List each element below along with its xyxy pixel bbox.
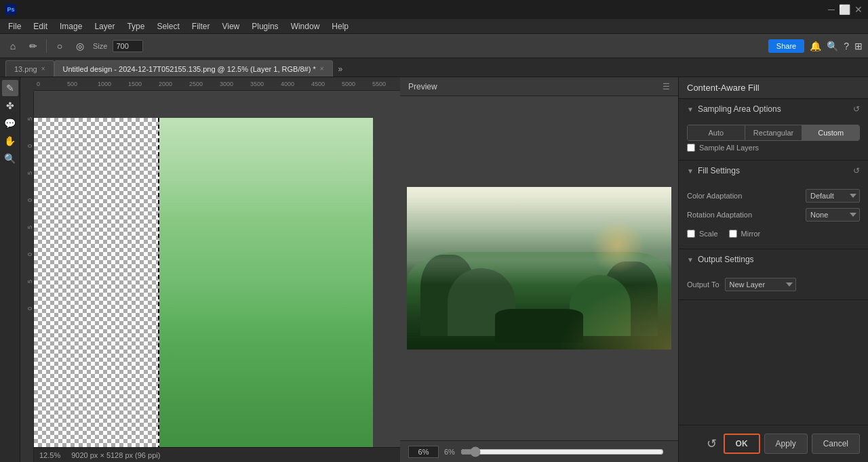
sampling-custom-button[interactable]: Custom — [802, 125, 859, 140]
scale-label: Scale — [699, 230, 718, 238]
circle-tool-icon[interactable]: ○ — [52, 39, 67, 54]
brush-tool[interactable]: ✎ — [2, 80, 18, 96]
color-adaptation-select[interactable]: None Default High Very High — [806, 189, 860, 203]
fill-settings-section: ▼ Fill Settings ↺ Color Adaptation None … — [679, 161, 868, 249]
green-image-area — [159, 118, 373, 462]
rotation-adaptation-select[interactable]: None Low Medium High Full — [806, 208, 860, 222]
hand-tool[interactable]: ✋ — [2, 133, 18, 149]
panel-title: Content-Aware Fill — [679, 77, 868, 99]
share-button[interactable]: Share — [768, 39, 804, 53]
ruler-h-tick-500: 500 — [67, 81, 98, 87]
maximize-icon[interactable]: ⬜ — [839, 4, 850, 15]
menu-image[interactable]: Image — [54, 20, 87, 33]
ruler-corner — [20, 77, 34, 91]
fill-reset-icon[interactable]: ↺ — [853, 166, 860, 175]
home-icon[interactable]: ⌂ — [5, 39, 20, 54]
tab-file1[interactable]: 13.png × — [5, 60, 54, 77]
ruler-h-tick-3000: 3000 — [220, 81, 250, 87]
menu-type[interactable]: Type — [121, 20, 150, 33]
action-buttons: ↺ OK Apply Cancel — [679, 425, 868, 462]
close-icon[interactable]: ✕ — [854, 4, 863, 15]
window-controls: ─ ⬜ ✕ — [828, 4, 863, 15]
minimize-icon[interactable]: ─ — [828, 4, 835, 15]
zoom-percent: 6% — [444, 448, 455, 456]
sample-all-layers-checkbox[interactable] — [687, 144, 695, 152]
rotation-adaptation-label: Rotation Adaptation — [687, 211, 800, 219]
output-to-label: Output To — [687, 280, 719, 289]
scale-mirror-row: Scale Mirror — [687, 224, 860, 243]
sampling-area-header[interactable]: ▼ Sampling Area Options ↺ — [679, 99, 868, 119]
fill-settings-header[interactable]: ▼ Fill Settings ↺ — [679, 161, 868, 181]
preview-header: Preview ☰ — [400, 77, 678, 96]
zoom-slider[interactable] — [460, 446, 664, 457]
selection-border — [158, 118, 160, 462]
search-icon[interactable]: 🔍 — [827, 41, 838, 51]
tab-file1-close[interactable]: × — [41, 65, 45, 72]
tab-file1-label: 13.png — [14, 65, 37, 73]
title-bar: Ps ─ ⬜ ✕ — [0, 0, 868, 19]
window-icon[interactable]: ⊞ — [854, 41, 863, 51]
color-adaptation-label: Color Adaptation — [687, 192, 800, 200]
tab-file2-close[interactable]: × — [320, 65, 324, 72]
canvas-image — [34, 118, 373, 462]
right-section: Preview ☰ — [400, 77, 868, 462]
output-settings-content: Output To Current Layer New Layer Duplic… — [679, 270, 868, 299]
menu-filter[interactable]: Filter — [186, 20, 216, 33]
preview-bottom-bar: 6% — [400, 440, 678, 462]
cancel-button[interactable]: Cancel — [812, 434, 860, 454]
preview-options-icon[interactable]: ☰ — [663, 82, 670, 91]
output-to-select[interactable]: Current Layer New Layer Duplicate Layer — [725, 278, 796, 291]
speech-tool[interactable]: 💬 — [2, 115, 18, 131]
ruler-h-tick-0: 0 — [37, 81, 67, 87]
sampling-reset-icon[interactable]: ↺ — [853, 104, 860, 114]
scale-checkbox[interactable] — [687, 230, 695, 238]
preview-image-container — [400, 96, 678, 440]
menu-window[interactable]: Window — [285, 20, 326, 33]
mirror-checkbox[interactable] — [729, 230, 737, 238]
color-adaptation-row: Color Adaptation None Default High Very … — [687, 186, 860, 205]
sample-all-layers-label: Sample All Layers — [699, 144, 759, 152]
title-bar-left: Ps — [5, 4, 16, 15]
menu-help[interactable]: Help — [326, 20, 354, 33]
ruler-h-tick-4500: 4500 — [311, 81, 342, 87]
menu-file[interactable]: File — [3, 20, 26, 33]
sampling-area-content: Auto Rectangular Custom Sample All Layer… — [679, 119, 868, 160]
move-tool[interactable]: ✤ — [2, 98, 18, 114]
menu-select[interactable]: Select — [151, 20, 184, 33]
main-layout: ✎ ✤ 💬 ✋ 🔍 0 500 1000 1500 2000 2500 3000… — [0, 77, 868, 462]
size-input[interactable] — [113, 40, 143, 52]
sampling-area-title: Sampling Area Options — [698, 104, 849, 114]
menu-plugins[interactable]: Plugins — [246, 20, 283, 33]
status-bar: 12.5% 9020 px × 5128 px (96 ppi) — [34, 447, 400, 462]
output-settings-header[interactable]: ▼ Output Settings — [679, 249, 868, 270]
tabs-bar: 13.png × Untitled design - 2024-12-17T05… — [0, 58, 868, 77]
zoom-tool[interactable]: 🔍 — [2, 150, 18, 167]
output-to-row: Output To Current Layer New Layer Duplic… — [687, 275, 860, 294]
zoom-value-display[interactable] — [408, 446, 439, 458]
sampling-buttons-group: Auto Rectangular Custom — [687, 125, 860, 141]
brush-icon[interactable]: ✏ — [26, 39, 41, 54]
toolbar-separator-1 — [46, 39, 47, 53]
menu-layer[interactable]: Layer — [89, 20, 120, 33]
apply-button[interactable]: Apply — [764, 434, 808, 454]
zoom-level: 12.5% — [39, 451, 60, 459]
toolbar-right: Share 🔔 🔍 ? ⊞ — [768, 39, 863, 53]
ok-button[interactable]: OK — [724, 434, 760, 454]
toolbar: ⌂ ✏ ○ ◎ Size Share 🔔 🔍 ? ⊞ — [0, 34, 868, 58]
tabs-more-button[interactable]: » — [333, 62, 349, 77]
bell-icon[interactable]: 🔔 — [810, 41, 821, 51]
ruler-h-tick-5000: 5000 — [342, 81, 372, 87]
menu-edit[interactable]: Edit — [28, 20, 53, 33]
tab-file2[interactable]: Untitled design - 2024-12-17T052155.135.… — [54, 60, 333, 77]
output-chevron-icon: ▼ — [687, 256, 694, 264]
circle-dashed-icon[interactable]: ◎ — [73, 39, 87, 54]
sample-all-layers-row: Sample All Layers — [687, 141, 860, 154]
menu-view[interactable]: View — [216, 20, 245, 33]
ruler-h-tick-1500: 1500 — [128, 81, 159, 87]
help-icon[interactable]: ? — [844, 41, 849, 51]
preview-area: Preview ☰ — [400, 77, 678, 462]
reset-button[interactable]: ↺ — [704, 434, 719, 454]
sampling-rectangular-button[interactable]: Rectangular — [745, 125, 803, 140]
ruler-horizontal: 0 500 1000 1500 2000 2500 3000 3500 4000… — [34, 77, 400, 91]
sampling-auto-button[interactable]: Auto — [688, 125, 745, 140]
